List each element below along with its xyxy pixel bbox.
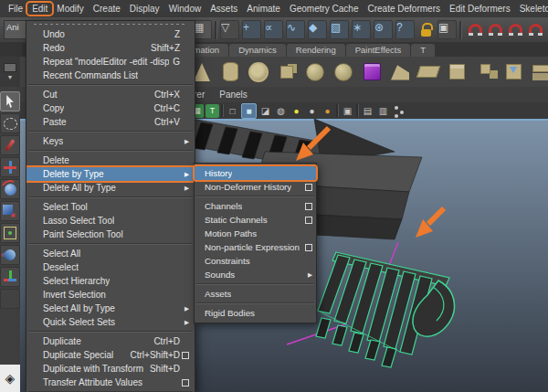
poly-sphere-combine-icon[interactable] [247,59,270,85]
joint-icon[interactable]: ∝ [264,20,283,39]
menu-item-cut[interactable]: Cut Ctrl+X [26,88,195,101]
menu-item-repeat-modeleditor-edit-displa[interactable]: Repeat "modelEditor -edit -displa..." G [26,55,195,69]
menu-item-copy[interactable]: Copy Ctrl+C [26,101,195,115]
menu-item-duplicate[interactable]: Duplicate Ctrl+D [26,334,195,348]
submenu-item-channels[interactable]: Channels [195,199,316,213]
menu-item-delete-all-by-type[interactable]: Delete All by Type ▶ [26,181,195,195]
filter-icon[interactable]: ▽ [220,20,239,39]
poly-textured-cube-icon[interactable] [360,59,384,85]
xray-cube-icon[interactable]: ▤ [361,104,374,118]
shelf-tab-rendering[interactable]: Rendering [287,44,345,57]
show-manipulator-tool[interactable] [0,267,20,287]
menu-item-duplicate-with-transform[interactable]: Duplicate with Transform Shift+D [26,362,195,376]
panel-menu-panels[interactable]: Panels [219,90,248,100]
menu-item-paste[interactable]: Paste Ctrl+V [26,115,195,129]
menubar-item-edit-deformers[interactable]: Edit Deformers [445,3,515,15]
shelf-tab-selector[interactable]: ▼ [0,57,20,87]
submenu-item-non-deformer-history[interactable]: Non-Deformer History [195,180,316,194]
poly-cylinder-icon[interactable] [218,59,242,85]
menu-item-lasso-select-tool[interactable]: Lasso Select Tool [26,214,195,228]
highlight-selection-icon[interactable]: + [242,20,261,39]
poly-cube-icon[interactable] [445,59,469,85]
menubar-item-animate[interactable]: Animate [242,3,285,15]
paint-selection-tool[interactable] [0,135,20,155]
film-gate-icon[interactable]: T [206,104,219,118]
menu-item-deselect[interactable]: Deselect [26,260,195,274]
poly-slabs-icon[interactable] [530,59,548,85]
camera-gate-icon[interactable]: ▥ [376,104,390,118]
submenu-item-history[interactable]: History [195,166,316,180]
select-object-icon[interactable]: ▣ [437,20,457,39]
menu-item-select-all-by-type[interactable]: Select All by Type ▶ [26,302,195,315]
move-tool[interactable] [0,157,20,177]
shelf-tab-painteffects[interactable]: PaintEffects [346,44,411,57]
wireframe-mode-icon[interactable]: □ [226,104,239,118]
menubar-item-geometry-cache[interactable]: Geometry Cache [285,3,364,15]
quick-layout-single-pane-button[interactable]: ◈ [0,365,20,392]
menu-item-select-all[interactable]: Select All [26,247,195,260]
menu-item-quick-select-sets[interactable]: Quick Select Sets ▶ [26,315,195,329]
submenu-item-motion-paths[interactable]: Motion Paths [195,227,316,240]
snap-to-curve-magnet-icon[interactable] [485,21,502,38]
menu-item-keys[interactable]: Keys ▶ [26,134,195,148]
last-tool-slot[interactable] [0,289,20,309]
poly-cube-triangle-icon[interactable] [501,59,525,85]
soft-modification-tool[interactable] [0,245,20,265]
menubar-item-window[interactable]: Window [164,3,206,15]
poly-wedge-icon[interactable] [388,59,412,85]
menubar-item-create-deformers[interactable]: Create Deformers [364,3,445,15]
menu-item-recent-commands-list[interactable]: Recent Commands List [26,69,195,82]
share-icon[interactable] [392,104,406,118]
poly-small-cubes-icon[interactable] [275,59,299,85]
shelf-tab-dynamics[interactable]: Dynamics [229,44,286,57]
shaded-mode-icon[interactable]: ■ [241,103,257,119]
poly-sphere-2-icon[interactable] [332,59,355,85]
default-lighting-icon[interactable]: ● [290,104,303,118]
curve-icon[interactable]: ∿ [286,20,305,39]
help-mode-icon[interactable]: ? [395,20,415,39]
textured-mode-icon[interactable]: ◪ [258,104,272,118]
snap-to-grid-magnet-icon[interactable] [465,21,482,38]
menu-item-delete-by-type[interactable]: Delete by Type ▶ [26,167,195,181]
all-lights-icon[interactable]: ● [321,104,334,118]
submenu-item-assets[interactable]: Assets [195,287,316,301]
poly-plank-icon[interactable] [416,59,440,85]
submenu-item-non-particle-expressions[interactable]: Non-particle Expressions [195,240,316,254]
universal-manipulator-tool[interactable] [0,223,20,243]
lock-icon[interactable] [417,21,435,38]
shelf-tab-t[interactable]: T [411,44,435,57]
poly-sphere-icon[interactable] [303,59,327,85]
checker-sphere-icon[interactable]: ◍ [274,104,288,118]
submenu-item-constraints[interactable]: Constraints [195,254,316,268]
menu-item-select-hierarchy[interactable]: Select Hierarchy [26,274,195,288]
dynamics-icon[interactable]: ⊛ [374,20,393,39]
snap-to-plane-magnet-icon[interactable] [525,21,543,38]
submenu-item-rigid-bodies[interactable]: Rigid Bodies [195,306,316,320]
menu-item-duplicate-special[interactable]: Duplicate Special Ctrl+Shift+D [26,348,195,362]
menubar-item-edit[interactable]: Edit [27,3,52,15]
menubar-item-display[interactable]: Display [125,3,164,15]
menu-item-delete[interactable]: Delete [26,154,195,167]
poly-pieces-icon[interactable] [473,59,497,85]
menubar-item-modify[interactable]: Modify [52,3,88,15]
scale-tool[interactable] [0,201,20,221]
lasso-select-tool[interactable] [0,113,20,133]
flat-lighting-icon[interactable]: ● [305,104,319,118]
menu-tearoff-handle[interactable] [34,24,187,25]
menu-item-invert-selection[interactable]: Invert Selection [26,288,195,302]
menu-item-paint-selection-tool[interactable]: Paint Selection Tool [26,228,195,241]
snap-to-point-magnet-icon[interactable] [505,21,522,38]
select-tool[interactable] [0,91,20,111]
submenu-item-static-channels[interactable]: Static Channels [195,213,316,227]
menubar-item-skeleton[interactable]: Skeleton [515,3,548,15]
marquee-icon[interactable]: ▧ [330,20,349,39]
menu-item-redo[interactable]: Redo Shift+Z [26,41,195,55]
menubar-item-create[interactable]: Create [89,3,125,15]
menubar-item-assets[interactable]: Assets [206,3,242,15]
menu-item-undo[interactable]: Undo Z [26,27,195,41]
menu-item-transfer-attribute-values[interactable]: Transfer Attribute Values [26,376,195,389]
lattice-icon[interactable]: ◆ [308,20,327,39]
particles-icon[interactable]: ∗ [352,20,371,39]
submenu-item-sounds[interactable]: Sounds ▶ [195,268,316,281]
menubar-item-file[interactable]: File [4,3,27,15]
